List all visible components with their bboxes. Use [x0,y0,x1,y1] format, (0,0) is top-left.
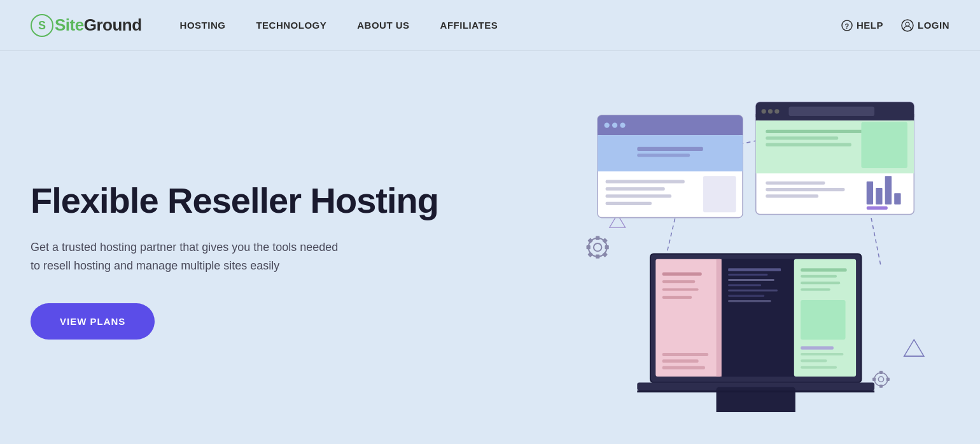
svg-rect-54 [862,122,907,168]
svg-rect-72 [662,353,708,356]
svg-rect-27 [872,378,876,381]
svg-rect-71 [662,296,692,299]
svg-rect-58 [867,182,873,204]
svg-rect-42 [703,176,736,212]
svg-rect-84 [801,268,846,271]
svg-point-32 [605,122,610,127]
svg-rect-57 [766,194,818,197]
nav-right: ? HELP LOGIN [841,19,949,32]
help-label: HELP [857,20,883,31]
svg-rect-61 [894,193,900,204]
svg-rect-41 [606,202,652,205]
hero-section: Flexible Reseller Hosting Get a trusted … [0,51,980,444]
svg-point-22 [874,373,888,386]
svg-rect-78 [728,279,774,281]
hero-subtitle: Get a trusted hosting partner that gives… [31,238,349,275]
svg-text:?: ? [844,22,849,29]
reseller-illustration [558,96,927,412]
svg-rect-55 [766,182,825,185]
help-icon: ? [841,20,853,31]
svg-rect-73 [662,359,699,362]
svg-rect-25 [879,385,883,388]
svg-rect-26 [886,378,890,381]
navbar: S SiteGround HOSTING TECHNOLOGY ABOUT US… [0,0,980,51]
svg-rect-16 [605,245,609,249]
svg-rect-40 [606,194,672,197]
svg-text:S: S [38,19,46,32]
svg-rect-77 [728,274,767,276]
nav-item-hosting[interactable]: HOSTING [180,20,226,31]
svg-rect-51 [766,130,864,133]
svg-rect-76 [728,268,781,271]
svg-rect-69 [662,280,696,283]
svg-point-33 [612,122,617,127]
svg-rect-87 [801,288,830,290]
login-label: LOGIN [918,20,949,31]
svg-rect-49 [789,107,875,116]
svg-rect-38 [606,180,685,183]
svg-rect-17 [587,245,591,249]
svg-rect-36 [637,147,703,151]
svg-rect-52 [766,136,838,140]
svg-rect-24 [879,371,883,374]
nav-item-affiliates[interactable]: AFFILIATES [440,20,498,31]
svg-point-34 [620,122,625,127]
svg-rect-14 [596,236,599,240]
view-plans-button[interactable]: VIEW PLANS [31,303,155,340]
svg-rect-92 [801,366,837,369]
svg-rect-62 [867,206,888,210]
nav-item-technology[interactable]: TECHNOLOGY [256,20,326,31]
svg-rect-81 [728,295,764,297]
svg-rect-75 [722,259,794,376]
svg-rect-19 [587,252,593,257]
svg-rect-60 [885,176,892,204]
svg-rect-20 [602,252,608,257]
svg-rect-88 [801,300,845,340]
svg-rect-74 [662,366,705,369]
svg-rect-91 [801,359,827,362]
svg-rect-89 [801,346,834,349]
svg-rect-79 [728,284,761,286]
svg-rect-35 [598,135,743,171]
nav-item-about-us[interactable]: ABOUT US [357,20,409,31]
svg-rect-68 [662,272,702,275]
svg-rect-21 [587,238,593,243]
hero-content: Flexible Reseller Hosting Get a trusted … [31,168,536,339]
login-link[interactable]: LOGIN [901,19,949,32]
svg-rect-37 [637,154,690,157]
svg-rect-70 [662,288,699,290]
help-link[interactable]: ? HELP [841,20,883,31]
svg-point-23 [878,376,883,382]
svg-rect-53 [766,143,851,146]
svg-rect-80 [728,289,778,291]
svg-rect-59 [876,188,882,204]
svg-rect-82 [728,300,771,302]
svg-point-46 [762,109,766,113]
hero-title: Flexible Reseller Hosting [31,181,536,220]
svg-point-48 [774,109,779,113]
svg-rect-39 [606,187,665,190]
svg-rect-18 [602,238,608,243]
svg-point-5 [906,22,909,26]
logo-text: SiteGround [55,15,142,35]
svg-rect-31 [598,129,743,135]
svg-rect-15 [596,255,599,259]
svg-rect-56 [766,188,844,191]
svg-marker-10 [904,340,924,356]
svg-rect-95 [637,390,874,392]
user-icon [901,19,914,32]
svg-rect-67 [717,259,722,376]
logo[interactable]: S SiteGround [31,14,142,37]
svg-rect-85 [801,275,837,278]
svg-point-47 [768,109,773,113]
svg-rect-66 [655,259,722,376]
nav-links: HOSTING TECHNOLOGY ABOUT US AFFILIATES [180,20,841,31]
svg-point-13 [594,243,601,251]
hero-illustration [536,95,949,413]
svg-rect-90 [801,353,843,355]
svg-rect-86 [801,282,840,284]
logo-icon: S [31,14,53,37]
